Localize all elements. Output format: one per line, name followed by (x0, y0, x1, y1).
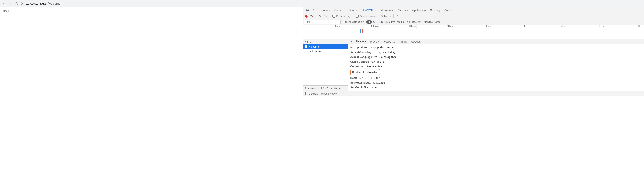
filter-type-font[interactable]: Font (405, 20, 410, 24)
devtools-panel: ElementsConsoleSourcesNetworkPerformance… (303, 7, 644, 96)
preserve-log-label: Preserve log (336, 15, 350, 18)
detail-tab-preview[interactable]: Preview (368, 39, 382, 44)
preserve-log-checkbox[interactable]: Preserve log (332, 15, 350, 18)
tab-application[interactable]: Application (410, 7, 428, 13)
close-details-button[interactable]: × (349, 39, 354, 44)
record-button[interactable] (305, 15, 308, 18)
timeline-tick: 20 ms (341, 25, 378, 29)
network-timeline[interactable]: 10 ms20 ms30 ms40 ms50 ms60 ms70 ms80 ms… (303, 25, 644, 39)
detail-tab-timing[interactable]: Timing (397, 39, 409, 44)
filter-type-xhr[interactable]: XHR (373, 20, 378, 24)
detail-tab-cookies[interactable]: Cookies (409, 39, 423, 44)
request-row[interactable]: favicon.ico (303, 49, 348, 54)
filter-type-js[interactable]: JS (380, 20, 383, 24)
reload-button[interactable] (14, 2, 18, 6)
request-name: welcome (309, 45, 319, 48)
filter-type-ws[interactable]: WS (418, 20, 422, 24)
svg-rect-1 (312, 8, 313, 11)
request-details: × HeadersPreviewResponseTimingCookies n/… (348, 39, 644, 91)
filter-type-doc[interactable]: Doc (412, 20, 416, 24)
file-icon (305, 45, 308, 48)
filter-type-manifest[interactable]: Manifest (424, 20, 433, 24)
request-list: Name welcomefavicon.ico 2 requests | 1.4… (303, 39, 348, 91)
filter-type-media[interactable]: Media (397, 20, 404, 24)
page-body: true (0, 7, 303, 96)
search-icon[interactable] (324, 14, 327, 18)
throttling-select[interactable]: Online▾ (381, 15, 391, 18)
svg-point-4 (324, 15, 326, 16)
timeline-tick: 60 ms (492, 25, 530, 29)
headers-pane[interactable]: n/signed-exchange;v=b3;q=0.9Accept-Encod… (348, 44, 644, 91)
timeline-tick: 40 ms (417, 25, 454, 29)
url-path: /welcome (48, 2, 60, 5)
throttling-label: Online (381, 15, 388, 18)
summary-requests: 2 requests (305, 87, 317, 90)
header-row: Connection: keep-alive (350, 64, 642, 69)
filter-type-other[interactable]: Other (435, 20, 441, 24)
clear-icon[interactable] (310, 14, 313, 18)
disable-cache-checkbox[interactable]: Disable cache (356, 15, 376, 18)
network-filter-bar: Hide data URLs AllXHRJSCSSImgMediaFontDo… (303, 19, 644, 25)
upload-icon[interactable] (396, 14, 399, 18)
tab-security[interactable]: Security (428, 7, 442, 13)
hide-data-urls-label: Hide data URLs (346, 20, 364, 24)
header-row-highlighted: Cookie: test=value (350, 69, 380, 76)
filter-input[interactable] (304, 20, 340, 24)
timeline-tick: 30 ms (378, 25, 416, 29)
devtools-tab-strip: ElementsConsoleSourcesNetworkPerformance… (303, 7, 644, 13)
detail-tab-headers[interactable]: Headers (354, 39, 368, 44)
tab-sources[interactable]: Sources (346, 7, 361, 13)
chevron-down-icon: ▾ (390, 15, 391, 18)
filter-type-img[interactable]: Img (391, 20, 396, 24)
browser-toolbar: i 127.0.0.1:8082/welcome (0, 0, 644, 7)
filter-type-css[interactable]: CSS (384, 20, 390, 24)
disable-cache-label: Disable cache (360, 15, 376, 18)
filter-icon[interactable] (318, 14, 322, 18)
timeline-tick: 80 ms (568, 25, 606, 29)
tab-memory[interactable]: Memory (396, 7, 410, 13)
address-bar[interactable]: i 127.0.0.1:8082/welcome (21, 2, 60, 5)
tab-network[interactable]: Network (361, 7, 376, 13)
header-row: Host: 127.0.0.1:8082 (350, 76, 642, 80)
header-row: n/signed-exchange;v=b3;q=0.9 (350, 45, 642, 50)
tab-audits[interactable]: Audits (442, 7, 454, 13)
devtools-drawer: Console What's New × (303, 91, 644, 96)
timeline-tick: 50 ms (454, 25, 492, 29)
header-row: Sec-Fetch-Site: none (350, 85, 642, 90)
drawer-tab-console[interactable]: Console (309, 92, 318, 95)
detail-tab-response[interactable]: Response (382, 39, 397, 44)
back-button[interactable] (2, 2, 6, 6)
header-row: Cache-Control: max-age=0 (350, 60, 642, 64)
drawer-tab-whatsnew[interactable]: What's New × (321, 92, 337, 95)
network-summary: 2 requests | 1.4 KB transferred (303, 86, 348, 91)
timeline-tick: 10 ms (303, 25, 341, 29)
tab-console[interactable]: Console (332, 7, 347, 13)
download-icon[interactable] (402, 14, 405, 18)
file-icon (305, 50, 308, 53)
timeline-tick: 90 m (606, 25, 644, 29)
request-row[interactable]: welcome (303, 44, 348, 49)
filter-type-all[interactable]: All (366, 20, 371, 24)
hide-data-urls-checkbox[interactable]: Hide data URLs (343, 20, 364, 24)
drawer-menu-icon[interactable] (305, 92, 306, 95)
inspect-element-icon[interactable] (306, 8, 309, 12)
tab-elements[interactable]: Elements (316, 7, 332, 13)
header-row: Accept-Encoding: gzip, deflate, br (350, 50, 642, 55)
header-row: Sec-Fetch-Mode: navigate (350, 80, 642, 85)
device-toggle-icon[interactable] (311, 8, 314, 12)
tab-performance[interactable]: Performance (376, 7, 396, 13)
site-info-icon[interactable]: i (21, 2, 24, 5)
header-row: Accept-Language: zh-CN,zh;q=0.9 (350, 55, 642, 60)
url-host: 127.0.0.1:8082 (26, 2, 46, 5)
close-icon[interactable]: × (336, 92, 337, 95)
name-column-header[interactable]: Name (303, 39, 348, 44)
forward-button[interactable] (8, 2, 12, 6)
summary-transferred: 1.4 KB transferred (321, 87, 342, 90)
timeline-tick: 70 ms (530, 25, 568, 29)
request-name: favicon.ico (309, 50, 321, 53)
network-toolbar: Preserve log Disable cache Online▾ (303, 13, 644, 19)
